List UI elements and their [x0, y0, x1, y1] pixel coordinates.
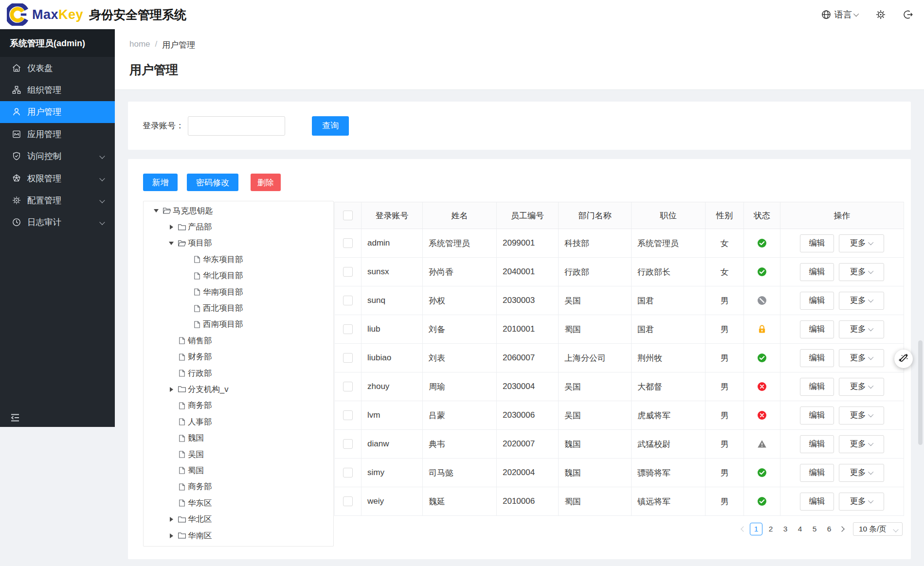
chevron-down-icon: [99, 154, 105, 159]
row-checkbox[interactable]: [343, 267, 353, 277]
row-actions: 编辑更多: [780, 349, 904, 367]
tree-node[interactable]: 商务部: [144, 398, 333, 414]
more-button[interactable]: 更多: [839, 349, 884, 367]
more-button[interactable]: 更多: [839, 320, 884, 338]
more-button[interactable]: 更多: [839, 464, 884, 482]
delete-button[interactable]: 删除: [251, 174, 281, 191]
row-checkbox[interactable]: [343, 468, 353, 478]
collapse-sidebar-icon[interactable]: [10, 412, 20, 423]
tree-node[interactable]: 财务部: [144, 349, 333, 365]
tree-node[interactable]: 华东区: [144, 495, 333, 511]
more-button[interactable]: 更多: [839, 292, 884, 310]
edit-button[interactable]: 编辑: [800, 464, 834, 482]
row-checkbox[interactable]: [343, 410, 353, 420]
caret-down-icon[interactable]: [150, 209, 163, 212]
tree-node[interactable]: 华北项目部: [144, 268, 333, 284]
more-button[interactable]: 更多: [839, 263, 884, 281]
tree-node[interactable]: 华北区: [144, 511, 333, 527]
row-checkbox[interactable]: [343, 296, 353, 305]
row-checkbox[interactable]: [343, 238, 353, 248]
previous-page-button[interactable]: [738, 523, 749, 535]
tree-node[interactable]: 人事部: [144, 414, 333, 430]
tree-node[interactable]: 华南项目部: [144, 284, 333, 300]
tree-node-label: 吴国: [188, 449, 204, 460]
tree-node[interactable]: 吴国: [144, 446, 333, 462]
more-button[interactable]: 更多: [839, 493, 884, 511]
tree-node[interactable]: 分支机构_v: [144, 381, 333, 397]
more-button[interactable]: 更多: [839, 378, 884, 396]
edit-button[interactable]: 编辑: [800, 234, 834, 252]
caret-right-icon[interactable]: [165, 387, 178, 392]
tree-node[interactable]: 项目部: [144, 235, 333, 251]
row-actions: 编辑更多: [780, 378, 904, 396]
tree-node[interactable]: 华南区: [144, 528, 333, 544]
row-checkbox[interactable]: [343, 496, 353, 506]
logout-icon[interactable]: [903, 9, 913, 20]
login-account-input[interactable]: [188, 116, 285, 136]
edit-button[interactable]: 编辑: [800, 407, 834, 424]
language-menu[interactable]: 语言: [821, 9, 859, 20]
screenshot-wand-button[interactable]: [894, 350, 913, 368]
row-checkbox[interactable]: [343, 439, 353, 449]
page-number-4[interactable]: 4: [794, 523, 806, 535]
cell-employee-no: 2030004: [497, 372, 559, 401]
row-checkbox[interactable]: [343, 353, 353, 363]
caret-right-icon[interactable]: [165, 517, 178, 522]
row-checkbox[interactable]: [343, 382, 353, 391]
more-button[interactable]: 更多: [839, 407, 884, 424]
tree-node[interactable]: 马克思钥匙: [144, 203, 333, 219]
page-number-3[interactable]: 3: [779, 523, 792, 535]
tree-node[interactable]: 魏国: [144, 430, 333, 446]
next-page-button[interactable]: [836, 523, 847, 535]
change-password-button[interactable]: 密码修改: [187, 174, 238, 191]
tree-node[interactable]: 蜀国: [144, 462, 333, 478]
cell-status: [744, 344, 780, 372]
vertical-scrollbar-thumb[interactable]: [918, 340, 923, 445]
table-row: liubiao刘表2060007上海分公司荆州牧男编辑更多: [335, 344, 904, 372]
row-checkbox[interactable]: [343, 324, 353, 334]
edit-button[interactable]: 编辑: [800, 292, 834, 310]
edit-button[interactable]: 编辑: [800, 263, 834, 281]
tree-node[interactable]: 产品部: [144, 219, 333, 235]
tree-node[interactable]: 行政部: [144, 365, 333, 381]
sidebar-item-2[interactable]: 组织管理: [0, 79, 115, 101]
tree-node[interactable]: 销售部: [144, 333, 333, 349]
tree-node[interactable]: 商务部: [144, 479, 333, 495]
sidebar-item-8[interactable]: 日志审计: [0, 212, 115, 233]
sidebar-item-5[interactable]: 访问控制: [0, 145, 115, 167]
edit-button[interactable]: 编辑: [800, 378, 834, 396]
page-number-2[interactable]: 2: [764, 523, 777, 535]
query-button[interactable]: 查询: [312, 116, 349, 136]
cell-account: liub: [362, 315, 423, 344]
more-button-label: 更多: [850, 467, 866, 478]
sidebar-item-3[interactable]: 用户管理: [0, 101, 115, 123]
caret-down-icon[interactable]: [165, 242, 178, 245]
caret-right-icon[interactable]: [165, 533, 178, 538]
add-button[interactable]: 新增: [143, 174, 178, 191]
tree-node[interactable]: 西北项目部: [144, 300, 333, 316]
page-number-1[interactable]: 1: [750, 523, 762, 535]
settings-gear-icon[interactable]: [875, 9, 886, 20]
status-error-icon: [757, 382, 767, 391]
select-all-checkbox[interactable]: [343, 211, 353, 220]
tree-node[interactable]: 华东项目部: [144, 251, 333, 267]
sidebar-item-7[interactable]: 配置管理: [0, 189, 115, 211]
sidebar-item-1[interactable]: 仪表盘: [0, 57, 115, 79]
tree-node[interactable]: 西南项目部: [144, 317, 333, 333]
caret-right-icon[interactable]: [165, 225, 178, 230]
page-number-6[interactable]: 6: [823, 523, 835, 535]
cell-actions: 编辑更多: [780, 344, 904, 372]
page-size-select[interactable]: 10 条/页: [853, 522, 903, 536]
file-icon: [178, 402, 186, 410]
more-button[interactable]: 更多: [839, 435, 884, 453]
sidebar-item-4[interactable]: 应用管理: [0, 123, 115, 145]
more-button[interactable]: 更多: [839, 234, 884, 252]
edit-button[interactable]: 编辑: [800, 435, 834, 453]
edit-button[interactable]: 编辑: [800, 320, 834, 338]
sidebar-item-6[interactable]: 权限管理: [0, 167, 115, 189]
edit-button[interactable]: 编辑: [800, 493, 834, 511]
folder-closed-icon: [178, 385, 186, 393]
breadcrumb-home-link[interactable]: home: [129, 39, 150, 51]
page-number-5[interactable]: 5: [808, 523, 821, 535]
edit-button[interactable]: 编辑: [800, 349, 834, 367]
